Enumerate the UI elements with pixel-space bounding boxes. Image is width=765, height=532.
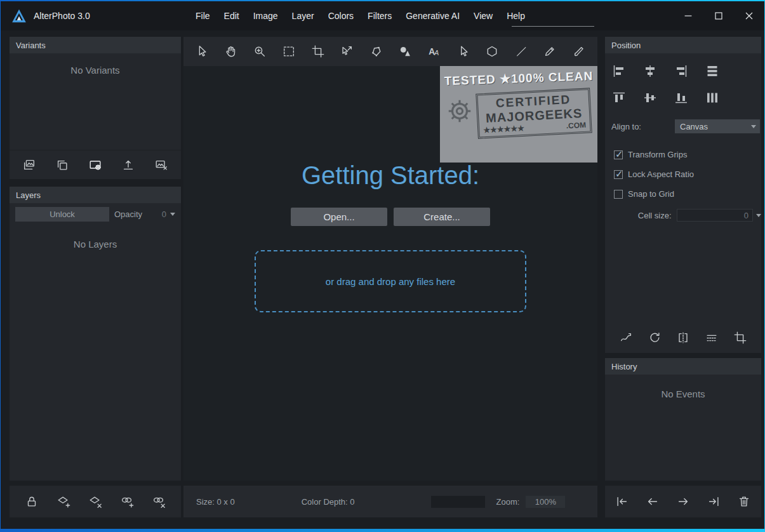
distribute-columns-button[interactable] xyxy=(703,89,721,107)
duplicate-variant-button[interactable] xyxy=(51,154,73,176)
create-button[interactable]: Create... xyxy=(394,208,490,226)
layer-remove-icon xyxy=(88,495,102,509)
distribute-rows-button[interactable] xyxy=(703,62,721,80)
variant-settings-button[interactable] xyxy=(84,154,106,176)
menu-file[interactable]: File xyxy=(189,11,217,21)
lock-layer-button[interactable] xyxy=(21,491,43,512)
history-last-button[interactable] xyxy=(707,491,721,512)
snap-to-grid-checkbox[interactable] xyxy=(614,190,623,199)
upload-icon xyxy=(121,158,135,172)
hand-icon xyxy=(224,44,238,58)
marquee-select-tool-button[interactable] xyxy=(278,41,300,62)
file-dropzone[interactable]: or drag and drop any files here xyxy=(255,250,526,312)
maximize-icon xyxy=(712,10,725,22)
text-tool-button[interactable]: A A xyxy=(423,41,444,62)
close-button[interactable] xyxy=(734,1,764,30)
cell-size-input[interactable]: 0 xyxy=(677,209,753,222)
export-variant-button[interactable] xyxy=(117,154,139,176)
menu-filters[interactable]: Filters xyxy=(361,11,399,21)
flip-horizontal-button[interactable] xyxy=(672,327,694,349)
watermark-gear-icon xyxy=(445,96,474,126)
minimize-button[interactable] xyxy=(673,1,703,30)
align-middle-button[interactable] xyxy=(641,89,659,107)
duplicate-icon xyxy=(55,158,69,172)
size-status: Size: 0 x 0 xyxy=(196,497,235,507)
align-to-value: Canvas xyxy=(680,122,708,131)
menu-edit[interactable]: Edit xyxy=(217,11,246,21)
variants-empty-text: No Variants xyxy=(70,65,119,150)
free-transform-button[interactable] xyxy=(615,327,637,349)
history-first-button[interactable] xyxy=(615,491,629,512)
canvas-area: TESTED ★100% CLEAN CERTIFIED MAJORGEEKS … xyxy=(183,66,597,481)
position-panel: Position xyxy=(605,37,761,353)
rotate-button[interactable] xyxy=(644,327,665,349)
menu-view[interactable]: View xyxy=(467,11,500,21)
crop-tool-button[interactable] xyxy=(307,41,329,62)
line-tool-button[interactable] xyxy=(510,41,532,62)
align-top-button[interactable] xyxy=(610,89,628,107)
remove-layer-button[interactable] xyxy=(84,491,106,512)
menu-layer[interactable]: Layer xyxy=(285,11,321,21)
menu-search-input[interactable] xyxy=(512,14,594,27)
menu-image[interactable]: Image xyxy=(246,11,285,21)
history-forward-button[interactable] xyxy=(676,491,690,512)
zoom-value[interactable]: 100% xyxy=(526,496,565,508)
remove-variant-button[interactable] xyxy=(150,154,172,176)
maximize-button[interactable] xyxy=(703,1,734,30)
align-left-button[interactable] xyxy=(610,62,628,80)
opacity-dropdown-icon[interactable] xyxy=(170,213,175,216)
transform-toolbar xyxy=(605,323,761,353)
align-right-button[interactable] xyxy=(672,62,690,80)
remove-link-button[interactable] xyxy=(148,491,170,512)
transform-grips-label: Transform Grips xyxy=(628,150,687,159)
crop-canvas-button[interactable] xyxy=(729,327,751,349)
lasso-tool-button[interactable] xyxy=(365,41,387,62)
left-sidebar: Variants No Variants xyxy=(10,37,181,517)
link-remove-icon xyxy=(152,495,166,509)
line-icon xyxy=(514,44,528,58)
shapes-tool-button[interactable] xyxy=(394,41,416,62)
clear-history-button[interactable] xyxy=(737,491,751,512)
transform-grips-checkbox[interactable] xyxy=(614,150,623,159)
variants-toolbar xyxy=(10,150,181,179)
pencil-tool-button[interactable] xyxy=(539,41,561,62)
layers-empty-area: No Layers xyxy=(10,225,181,481)
unlock-button[interactable]: Unlock xyxy=(15,207,109,222)
majorgeeks-watermark: TESTED ★100% CLEAN CERTIFIED MAJORGEEKS … xyxy=(440,66,597,163)
last-arrow-icon xyxy=(707,495,721,509)
align-left-icon xyxy=(611,63,627,79)
zoom-label: Zoom: xyxy=(496,497,520,507)
menu-generative-ai[interactable]: Generative AI xyxy=(399,11,467,21)
menu-colors[interactable]: Colors xyxy=(321,11,361,21)
svg-text:A: A xyxy=(434,49,439,57)
move-tool-button[interactable] xyxy=(336,41,357,62)
distribute-rows-icon xyxy=(705,63,720,79)
shapes-icon xyxy=(398,44,412,58)
pointer-tool-button[interactable] xyxy=(191,41,213,62)
pan-tool-button[interactable] xyxy=(220,41,242,62)
align-center-horizontal-button[interactable] xyxy=(641,62,659,80)
app-title: AlterPhoto 3.0 xyxy=(34,11,90,21)
add-layer-button[interactable] xyxy=(53,491,74,512)
layers-toolbar xyxy=(10,486,181,517)
polygon-icon xyxy=(485,44,499,58)
align-bottom-button[interactable] xyxy=(672,89,690,107)
lock-aspect-ratio-checkbox[interactable] xyxy=(614,170,623,179)
close-icon xyxy=(743,10,755,22)
brush-tool-button[interactable] xyxy=(568,41,590,62)
polygon-tool-button[interactable] xyxy=(481,41,503,62)
merge-button[interactable] xyxy=(701,327,722,349)
opacity-value[interactable]: 0 xyxy=(145,209,166,219)
add-link-button[interactable] xyxy=(116,491,138,512)
history-back-button[interactable] xyxy=(646,491,660,512)
align-to-dropdown[interactable]: Canvas xyxy=(675,119,760,133)
cell-size-dropdown-icon[interactable] xyxy=(756,214,761,217)
crop-icon xyxy=(733,331,747,345)
trash-icon xyxy=(737,495,751,509)
add-variant-button[interactable] xyxy=(18,154,40,176)
open-button[interactable]: Open... xyxy=(291,208,387,226)
zoom-tool-button[interactable] xyxy=(249,41,270,62)
opacity-label: Opacity xyxy=(114,209,142,219)
direct-select-tool-button[interactable] xyxy=(452,41,474,62)
status-input[interactable] xyxy=(431,496,485,508)
